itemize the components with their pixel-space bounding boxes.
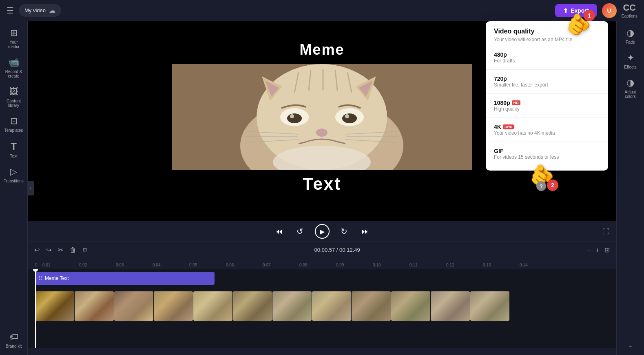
- export-label: Export: [571, 7, 589, 14]
- dropdown-title: Video quality: [486, 28, 608, 37]
- ruler-mark-3: 0:03: [116, 263, 153, 267]
- ruler-mark-2: 0:02: [79, 263, 116, 267]
- forward-button[interactable]: ↻: [338, 225, 351, 238]
- uhd-badge: UHD: [503, 124, 514, 129]
- sidebar-item-record[interactable]: 📹 Record &create: [2, 54, 26, 82]
- sidebar-item-templates-label: Templates: [4, 128, 23, 133]
- transitions-icon: ▷: [10, 166, 17, 177]
- sidebar-expand-button[interactable]: ›: [27, 181, 34, 195]
- quality-desc-1080p: High quality: [494, 106, 600, 112]
- thumb-3: [114, 291, 153, 321]
- thumb-8: [312, 291, 351, 321]
- duplicate-button[interactable]: ⧉: [81, 245, 89, 255]
- delete-button[interactable]: 🗑: [68, 245, 78, 255]
- quality-desc-720p: Smaller file, faster export: [494, 82, 600, 88]
- undo-button[interactable]: ↩: [33, 244, 41, 255]
- ruler-mark-10: 0:10: [373, 263, 409, 267]
- sidebar-item-adjust-colors[interactable]: ◑ Adjustcolors: [618, 74, 643, 102]
- adjust-colors-label: Adjustcolors: [625, 90, 636, 99]
- hamburger-menu-icon[interactable]: ☰: [7, 6, 14, 16]
- cloud-icon: ☁: [49, 7, 55, 14]
- svg-point-16: [290, 114, 294, 118]
- svg-point-18: [316, 129, 328, 137]
- adjust-colors-icon: ◑: [626, 78, 634, 88]
- quality-label-720p: 720p: [494, 75, 600, 82]
- sidebar-item-effects[interactable]: ✦ Effects: [618, 49, 643, 73]
- ruler-mark-9: 0:09: [336, 263, 373, 267]
- video-top-text: Meme: [172, 36, 472, 64]
- sidebar-item-brand-kit-label: Brand kit: [6, 344, 22, 348]
- current-time: 00:00.57: [314, 247, 335, 253]
- thumb-4: [154, 291, 193, 321]
- sidebar-item-text[interactable]: T Text: [2, 138, 26, 162]
- thumb-9: [352, 291, 391, 321]
- playhead[interactable]: [35, 269, 36, 348]
- templates-icon: ⊡: [10, 116, 18, 126]
- quality-option-4k[interactable]: 4K UHD Your video has no 4K media: [486, 120, 608, 140]
- thumb-11: [431, 291, 470, 321]
- zoom-in-button[interactable]: +: [594, 245, 601, 255]
- right-sidebar-scroll-down[interactable]: ⌄: [625, 339, 636, 352]
- ruler-mark-11: 0:11: [409, 263, 446, 267]
- zoom-out-button[interactable]: −: [585, 245, 592, 255]
- sidebar-item-transitions[interactable]: ▷ Transitions: [2, 163, 26, 186]
- play-button[interactable]: ▶: [315, 224, 330, 239]
- ruler-mark-8: 0:08: [299, 263, 336, 267]
- quality-label-4k: 4K UHD: [494, 124, 600, 130]
- project-name-pill[interactable]: My video ☁: [19, 4, 61, 17]
- total-time: 00:12.49: [339, 247, 360, 253]
- thumb-5: [193, 291, 232, 321]
- cut-button[interactable]: ✂: [56, 244, 65, 255]
- text-track-label: Meme Text: [45, 275, 69, 281]
- thumb-2: [75, 291, 114, 321]
- sidebar-item-transitions-label: Transitions: [4, 179, 24, 183]
- thumb-6: [233, 291, 272, 321]
- export-button[interactable]: ⬆ Export: [555, 4, 597, 17]
- rewind-button[interactable]: ↺: [294, 225, 307, 238]
- timeline-toolbar: ↩ ↪ ✂ 🗑 ⧉ 00:00.57 / 00:12.49 − + ⊞: [28, 242, 616, 258]
- quality-option-720p[interactable]: 720p Smaller file, faster export: [486, 71, 608, 92]
- sidebar-item-your-media-label: Your media: [4, 40, 24, 49]
- text-track[interactable]: ⠿ Meme Text: [35, 272, 215, 285]
- thumb-10: [391, 291, 430, 321]
- fullscreen-button[interactable]: ⛶: [602, 227, 610, 236]
- sidebar-item-brand-kit[interactable]: 🏷 Brand kit: [2, 328, 26, 352]
- topbar: ☰ My video ☁ ⬆ Export U CC Captions: [0, 0, 644, 21]
- fit-button[interactable]: ⊞: [603, 244, 611, 255]
- effects-label: Effects: [624, 65, 636, 69]
- fade-icon: ◑: [626, 28, 634, 38]
- brand-kit-icon: 🏷: [9, 332, 18, 342]
- sidebar-item-templates[interactable]: ⊡ Templates: [2, 113, 26, 136]
- sidebar-item-fade[interactable]: ◑ Fade: [618, 24, 643, 48]
- quality-label-1080p: 1080p HD: [494, 100, 600, 106]
- sidebar-item-content-library[interactable]: 🖼 Contentlibrary: [2, 83, 26, 111]
- thumb-1: [35, 291, 74, 321]
- divider-1: [486, 69, 608, 70]
- captions-button[interactable]: CC Captions: [622, 2, 637, 18]
- redo-button[interactable]: ↪: [44, 244, 53, 255]
- skip-end-button[interactable]: ⏭: [359, 225, 372, 238]
- video-thumbnails: [35, 291, 509, 321]
- divider-2: [486, 93, 608, 94]
- svg-point-15: [342, 113, 357, 123]
- avatar[interactable]: U: [602, 3, 617, 18]
- quality-option-gif[interactable]: GIF For videos 15 seconds or less: [486, 144, 608, 164]
- effects-icon: ✦: [627, 53, 634, 63]
- playback-controls: ⏮ ↺ ▶ ↻ ⏭ ⛶: [28, 221, 616, 242]
- sidebar-item-your-media[interactable]: ⊞ Your media: [2, 24, 26, 52]
- avatar-initials: U: [607, 7, 611, 14]
- skip-start-button[interactable]: ⏮: [272, 225, 285, 238]
- quality-option-1080p[interactable]: 1080p HD High quality: [486, 95, 608, 116]
- text-icon: T: [11, 141, 17, 152]
- quality-label-480p: 480p: [494, 51, 600, 58]
- project-name-label: My video: [24, 7, 46, 13]
- quality-label-gif: GIF: [494, 148, 600, 154]
- quality-dropdown: Video quality Your video will export as …: [486, 21, 608, 171]
- video-bottom-text: Text: [172, 170, 472, 198]
- quality-desc-4k: Your video has no 4K media: [494, 130, 600, 136]
- sidebar-item-content-library-label: Contentlibrary: [7, 99, 21, 108]
- ruler-mark-5: 0:05: [189, 263, 226, 267]
- play-icon: ▶: [320, 228, 325, 235]
- quality-option-480p[interactable]: 480p For drafts: [486, 47, 608, 68]
- thumb-12: [470, 291, 509, 321]
